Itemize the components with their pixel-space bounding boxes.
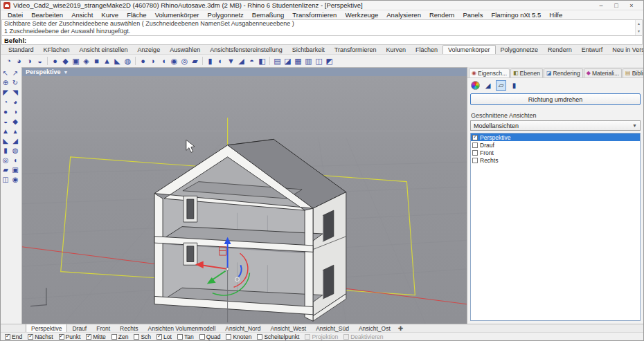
trunc-cone-icon[interactable]: ▣ — [71, 56, 81, 66]
viewport-tab-perspektive[interactable]: Perspektive — [26, 324, 67, 332]
view-checkbox-front[interactable] — [472, 150, 478, 156]
command-history-scrollbar[interactable]: ▲▼ — [635, 20, 642, 35]
extrude-curve-icon[interactable]: ◖ — [159, 56, 169, 66]
cylinder-icon[interactable]: ▲ — [102, 56, 112, 66]
ellipsoid-icon[interactable]: ◒ — [35, 56, 45, 66]
view-row-perspektive[interactable]: Perspektive — [471, 133, 640, 141]
osnap-checkbox-lot[interactable] — [156, 334, 162, 340]
osnap-checkbox-mitte[interactable] — [86, 334, 91, 340]
osnap-checkbox-quad[interactable] — [199, 334, 205, 340]
menu-kurve[interactable]: Kurve — [97, 11, 123, 19]
solid-cap-icon[interactable]: ◫ — [1, 175, 10, 185]
toolbar-tab-flächen[interactable]: Flächen — [411, 46, 442, 54]
osnap-quad[interactable]: Quad — [199, 333, 221, 340]
menu-datei[interactable]: Datei — [3, 11, 27, 19]
osnap-mitte[interactable]: Mitte — [86, 333, 105, 340]
osnap-checkbox-projektion[interactable] — [305, 334, 310, 340]
viewport-title-bar[interactable]: Perspektive ▼ — [22, 68, 467, 76]
solid-tube-icon[interactable]: ◍ — [10, 146, 20, 156]
array-solid-icon[interactable]: ▥ — [303, 56, 314, 66]
command-prompt-input[interactable]: Befehl: — [1, 36, 643, 45]
menu-polygonnetz[interactable]: Polygonnetz — [204, 11, 248, 19]
solid-trunc-pyramid-icon[interactable]: ◢ — [10, 136, 20, 146]
viewport-menu-caret-icon[interactable]: ▼ — [64, 70, 69, 75]
trim-icon[interactable]: ◤ — [1, 88, 10, 98]
shell-icon[interactable]: ◓ — [247, 56, 257, 66]
viewport-tab-ansicht-nord[interactable]: Ansicht_Nord — [220, 324, 265, 332]
points-on-icon[interactable]: ◩ — [324, 56, 334, 66]
boolean-intersection-icon[interactable]: ▼ — [226, 56, 236, 66]
boss-icon[interactable]: ◎ — [179, 56, 190, 66]
command-history[interactable]: Sichtbare Seite der Zuschneideebene ausw… — [1, 19, 643, 36]
menu-werkzeuge[interactable]: Werkzeuge — [341, 11, 382, 19]
object-properties-icon[interactable]: ▮ — [509, 80, 519, 91]
viewport-tab-rechts[interactable]: Rechts — [115, 324, 143, 332]
solid-cylinder-icon[interactable]: ▮ — [1, 146, 10, 156]
solid-box-icon[interactable]: ◔ — [1, 98, 10, 107]
toolbar-tab-volumenkörper[interactable]: Volumenkörper — [442, 45, 496, 54]
close-button[interactable]: × — [627, 2, 636, 9]
osnap-checkbox-knoten[interactable] — [226, 334, 231, 340]
viewport-tab-ansicht-ost[interactable]: Ansicht_Ost — [354, 324, 395, 332]
menu-bearbeiten[interactable]: Bearbeiten — [27, 11, 67, 19]
select-icon[interactable]: ↖ — [1, 68, 10, 78]
viewport-canvas[interactable] — [22, 76, 467, 324]
menu-fläche[interactable]: Fläche — [123, 11, 151, 19]
solid-hemisphere-icon[interactable]: ◆ — [10, 117, 20, 127]
osnap-checkbox-deaktivieren[interactable] — [343, 334, 349, 340]
solid-boolean-icon[interactable]: ◉ — [10, 175, 20, 185]
view-checkbox-rechts[interactable] — [472, 158, 478, 163]
box-icon[interactable]: ◔ — [3, 56, 14, 66]
toolbar-tab-anzeige[interactable]: Anzeige — [133, 46, 166, 54]
osnap-scheitelpunkt[interactable]: Scheitelpunkt — [257, 333, 299, 340]
clipping-plane-icon[interactable]: ▱ — [496, 80, 506, 91]
sphere-icon[interactable]: ◑ — [24, 56, 35, 66]
boolean-difference-icon[interactable]: ◐ — [215, 56, 226, 66]
menu-bemaßung[interactable]: Bemaßung — [248, 11, 288, 19]
panel-tab-rendering[interactable]: ◪Rendering — [544, 68, 583, 77]
viewport-tab-ansichten-volumenmodell[interactable]: Ansichten Volumenmodell — [143, 324, 221, 332]
menu-ansicht[interactable]: Ansicht — [67, 11, 97, 19]
maximize-button[interactable]: □ — [611, 2, 621, 9]
osnap-checkbox-tan[interactable] — [177, 334, 183, 340]
solid-slab-icon[interactable]: ▰ — [1, 165, 10, 175]
viewport-tab-ansicht-west[interactable]: Ansicht_West — [265, 324, 311, 332]
torus-icon[interactable]: ◍ — [123, 56, 133, 66]
trunc-pyramid-icon[interactable]: ■ — [91, 56, 102, 66]
box-3pt-icon[interactable]: ◕ — [14, 56, 24, 66]
move-icon[interactable]: ⊕ — [1, 78, 10, 88]
select-brush-icon[interactable]: ↗ — [10, 68, 20, 78]
views-scope-dropdown[interactable]: Modellansichten ▼ — [470, 120, 641, 131]
osnap-checkbox-nächst[interactable] — [28, 334, 33, 340]
view-row-front[interactable]: Front — [471, 149, 640, 156]
grid-solid-icon[interactable]: ◫ — [314, 56, 324, 66]
solid-ellipsoid-icon[interactable]: ◑ — [10, 107, 20, 117]
extrude-surface-icon[interactable]: ◉ — [169, 56, 179, 66]
viewport-title[interactable]: Perspektive — [26, 68, 61, 75]
split-icon[interactable]: ◥ — [10, 88, 20, 98]
osnap-tan[interactable]: Tan — [177, 333, 194, 340]
toolbar-tab-sichtbarkeit[interactable]: Sichtbarkeit — [287, 46, 330, 54]
menu-transformieren[interactable]: Transformieren — [288, 11, 341, 19]
display-color-icon[interactable] — [471, 81, 480, 90]
menu-analysieren[interactable]: Analysieren — [382, 11, 425, 19]
add-viewport-tab-button[interactable]: ✚ — [395, 324, 406, 332]
toolbar-tab-auswählen[interactable]: Auswählen — [165, 46, 205, 54]
paraboloid-icon[interactable]: ● — [50, 56, 60, 66]
menu-volumenkörper[interactable]: Volumenkörper — [151, 11, 204, 19]
toolbar-tab-entwurf[interactable]: Entwurf — [577, 46, 608, 54]
wirecut-icon[interactable]: ▦ — [293, 56, 303, 66]
osnap-deaktivieren[interactable]: Deaktivieren — [343, 333, 383, 340]
menu-hilfe[interactable]: Hilfe — [545, 11, 566, 19]
view-row-drauf[interactable]: Drauf — [471, 141, 640, 149]
toolbar-tab-ansicht-einstellen[interactable]: Ansicht einstellen — [75, 46, 133, 54]
cap-icon[interactable]: ▰ — [190, 56, 200, 66]
toolbar-tab-neu-in-version-6[interactable]: Neu in Version 6 — [607, 46, 644, 54]
view-checkbox-perspektive[interactable] — [472, 135, 478, 140]
chamfer-edge-icon[interactable]: ▤ — [272, 56, 283, 66]
boolean-union-icon[interactable]: ▮ — [205, 56, 215, 66]
toolbar-tab-kurven[interactable]: Kurven — [381, 46, 411, 54]
menu-rendern[interactable]: Rendern — [425, 11, 458, 19]
viewport-tab-drauf[interactable]: Drauf — [67, 324, 91, 332]
osnap-lot[interactable]: Lot — [156, 333, 172, 340]
